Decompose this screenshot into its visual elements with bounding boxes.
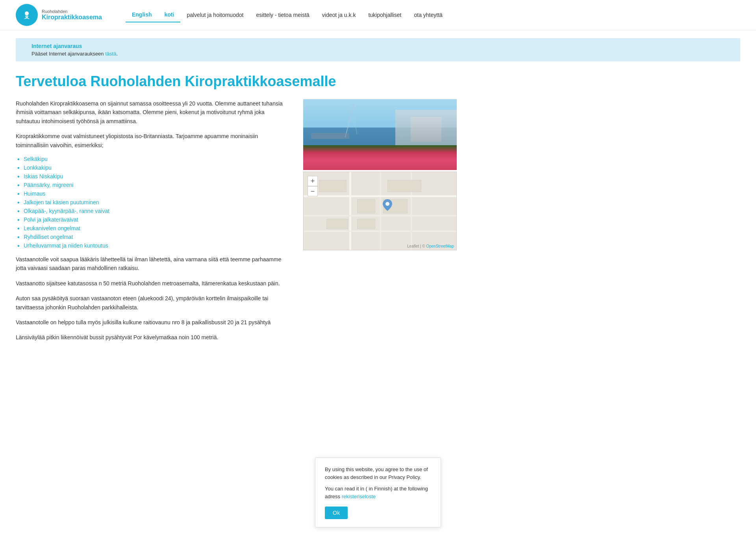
list-item-link[interactable]: Iskias Niskakipu [24,173,63,179]
list-item: Jalkojen tai käsien puutuminen [16,199,287,205]
list-item-link[interactable]: Olkapää-, kyynärpää-, ranne vaivat [24,208,109,214]
nav-item-koti[interactable]: koti [158,7,181,22]
list-item: Iskias Niskakipu [16,173,287,179]
transit-paragraph-1: Vastaanotolle on helppo tulla myös julki… [16,318,287,327]
body-paragraph-1: Vastaanotolle voit saapua lääkäris lähet… [16,255,287,273]
map-attribution: Leaflet | © OpenStreetMap [407,244,454,248]
list-item: Olkapää-, kyynärpää-, ranne vaivat [16,208,287,214]
notification-text: Pääset Internet ajanvaraukseen [32,51,105,57]
logo-text: Ruoholahden Kiropraktikkoasema [42,9,102,21]
notification-desc: Pääset Internet ajanvaraukseen tästä. [32,51,724,57]
location-image [303,99,457,170]
nav-item-esittely[interactable]: esittely - tietoa meistä [250,8,315,22]
site-logo[interactable]: Ruoholahden Kiropraktikkoasema [16,4,102,26]
notification-link[interactable]: tästä [105,51,116,57]
logo-bottom-text: Kiropraktikkoasema [42,14,102,21]
map-container[interactable]: + − Leaflet | © OpenStreetMap [303,172,457,250]
main-nav: English koti palvelut ja hoitomuodot esi… [126,7,740,22]
nav-item-videot[interactable]: videot ja u.k.k [316,8,362,22]
intro-paragraph-2: Kiropraktikkomme ovat valmistuneet yliop… [16,132,287,150]
list-item-link[interactable]: Ryhdilliset ongelmat [24,234,73,240]
notification-title: Internet ajanvaraus [32,43,724,49]
nav-item-english[interactable]: English [126,7,158,22]
list-item-link[interactable]: Jalkojen tai käsien puutuminen [24,199,99,205]
logo-icon [16,4,38,26]
list-item: Polvi ja jalkaterävaivat [16,216,287,223]
map-zoom-out[interactable]: − [308,186,318,196]
list-item: Selkäkipu [16,156,287,162]
list-item: Huimaus [16,190,287,197]
nav-item-palvelut[interactable]: palvelut ja hoitomuodot [180,8,250,22]
list-item: Ryhdilliset ongelmat [16,234,287,240]
svg-point-0 [25,11,29,15]
logo-top-text: Ruoholahden [42,9,102,14]
intro-paragraph-1: Ruoholahden Kiropraktikkoasema on sijain… [16,99,287,126]
nav-item-ota[interactable]: ota yhteyttä [408,8,448,22]
content-left: Ruoholahden Kiropraktikkoasema on sijain… [16,99,287,348]
parking-paragraph: Auton saa pysäköityä suoraan vastaanoton… [16,294,287,312]
site-header: Ruoholahden Kiropraktikkoasema English k… [0,0,756,30]
page-title: Tervetuloa Ruoholahden Kiropraktikkoasem… [16,73,457,90]
map-zoom-in[interactable]: + [308,176,318,186]
svg-rect-2 [26,17,28,18]
map-pin [383,199,392,211]
content-layout: Ruoholahden Kiropraktikkoasema on sijain… [16,99,457,348]
list-item-link[interactable]: Urheiluvammat ja niiden kuntoutus [24,242,108,249]
notification-bar: Internet ajanvaraus Pääset Internet ajan… [16,38,740,61]
list-item-link[interactable]: Lonkkakipu [24,165,52,171]
svg-rect-1 [25,16,28,17]
list-item: Leukanivelen ongelmat [16,225,287,231]
services-list: Selkäkipu Lonkkakipu Iskias Niskakipu Pä… [16,156,287,249]
openstreetmap-link[interactable]: OpenStreetMap [426,244,454,248]
nav-item-tukipohjalliset[interactable]: tukipohjalliset [362,8,408,22]
list-item-link[interactable]: Leukanivelen ongelmat [24,225,80,231]
list-item-link[interactable]: Huimaus [24,190,45,197]
list-item: Lonkkakipu [16,165,287,171]
svg-point-3 [385,202,389,206]
transit-paragraph-2: Länsiväylää pitkin liikennöivät bussit p… [16,333,287,342]
content-right: + − Leaflet | © OpenStreetMap [303,99,457,348]
list-item-link[interactable]: Polvi ja jalkaterävaivat [24,216,78,223]
main-content: Tervetuloa Ruoholahden Kiropraktikkoasem… [0,69,472,364]
list-item-link[interactable]: Päänsärky, migreeni [24,182,74,188]
map-controls: + − [308,176,318,196]
list-item: Päänsärky, migreeni [16,182,287,188]
list-item: Urheiluvammat ja niiden kuntoutus [16,242,287,249]
location-paragraph: Vastaanotto sijaitsee katutasossa n 50 m… [16,279,287,288]
list-item-link[interactable]: Selkäkipu [24,156,48,162]
